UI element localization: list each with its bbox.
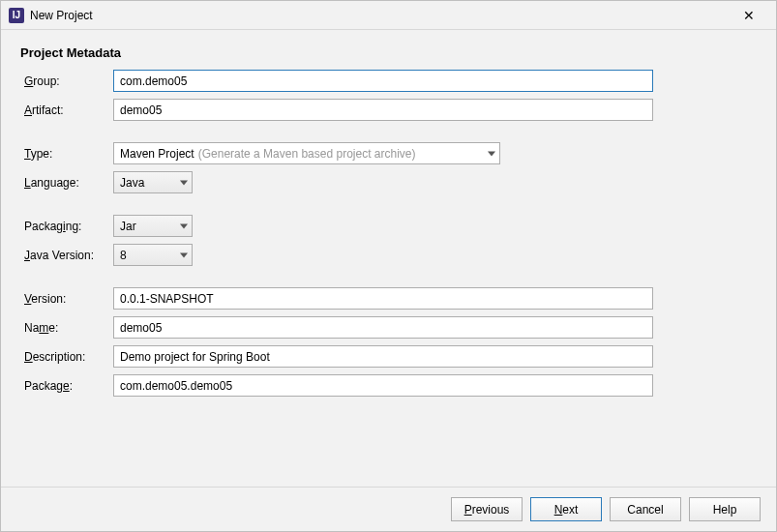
intellij-icon: IJ [9,8,24,23]
section-title: Project Metadata [20,45,757,60]
java-version-select[interactable]: 8 [113,244,193,266]
dialog-footer: Previous Next Cancel Help [1,487,776,531]
type-select-value: Maven Project [120,147,194,161]
label-name: Name: [20,321,107,335]
chevron-down-icon [180,180,188,185]
label-artifact: Artifact: [20,103,107,117]
group-input[interactable] [113,70,653,92]
description-input[interactable] [113,345,653,368]
label-java-version: Java Version: [20,249,107,262]
previous-button[interactable]: Previous [451,497,523,521]
packaging-select-value: Jar [120,220,136,233]
language-select-value: Java [120,176,144,190]
chevron-down-icon [488,151,495,156]
java-version-select-value: 8 [120,249,127,262]
close-button[interactable]: ✕ [730,2,768,29]
chevron-down-icon [180,252,188,257]
help-button[interactable]: Help [689,497,761,521]
label-description: Description: [20,350,107,364]
window-title: New Project [30,9,730,22]
close-icon: ✕ [743,8,755,23]
new-project-dialog: IJ New Project ✕ Project Metadata Group:… [0,0,777,532]
dialog-content: Project Metadata Group: Artifact: Type: … [1,30,776,487]
package-input[interactable] [113,374,653,397]
artifact-input[interactable] [113,99,653,121]
label-package: Package: [20,379,107,393]
chevron-down-icon [180,223,188,228]
name-input[interactable] [113,316,653,339]
label-language: Language: [20,176,107,190]
label-type: Type: [20,147,107,161]
cancel-button[interactable]: Cancel [610,497,681,521]
version-input[interactable] [113,287,653,310]
titlebar: IJ New Project ✕ [1,1,776,30]
type-select[interactable]: Maven Project (Generate a Maven based pr… [113,142,500,164]
next-button[interactable]: Next [530,497,602,521]
language-select[interactable]: Java [113,171,193,193]
metadata-form: Group: Artifact: Type: Maven Project (Ge… [20,70,757,397]
label-packaging: Packaging: [20,220,107,233]
type-select-hint: (Generate a Maven based project archive) [198,147,416,161]
label-group: Group: [20,74,107,88]
packaging-select[interactable]: Jar [113,215,193,237]
label-version: Version: [20,292,107,306]
